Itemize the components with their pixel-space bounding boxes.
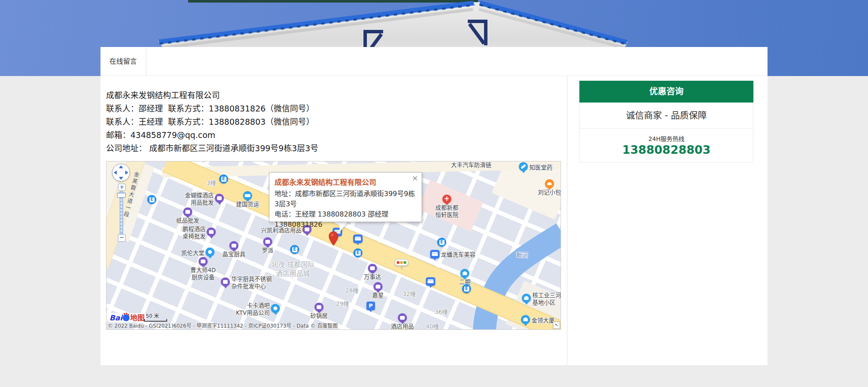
- zoom-slider-track[interactable]: [120, 191, 123, 234]
- map-poi-label: 刘记小包: [538, 189, 561, 196]
- map-poi-label: 知医堂药: [529, 164, 552, 171]
- sidebar-column: 优惠咨询 诚信商家 - 品质保障 24H服务热线 13880828803: [567, 76, 767, 365]
- purple-icon: [374, 282, 383, 291]
- exit-icon: [219, 174, 228, 183]
- contact-email: 邮箱：434858779@qq.com: [106, 129, 567, 142]
- pan-left-icon[interactable]: [114, 170, 117, 175]
- map-poi-label: 罗派: [262, 247, 274, 254]
- map-poi-label: 凯伦大堂: [181, 249, 204, 257]
- contact-address: 公司地址： 成都市新都区三河街道承顺街399号9栋3层3号: [106, 142, 567, 155]
- hotline-section: 24H服务热线 13880828803: [580, 129, 753, 162]
- pan-down-icon[interactable]: [119, 177, 123, 180]
- exit-icon: [437, 237, 446, 246]
- map-poi-label: 3幢: [207, 179, 216, 187]
- dot-icon: [206, 247, 215, 256]
- exit-icon: [290, 245, 299, 254]
- contact-line-shao: 联系人：邵经理 联系方式：13880831826（微信同号）: [106, 102, 567, 115]
- zoom-slider-handle[interactable]: [117, 193, 126, 198]
- map-poi-label: 核工业三河基地小区: [532, 292, 561, 306]
- building-icon: [461, 269, 469, 278]
- infowindow-phone: 电话：王经理 13880828803 邵经理 13880831826: [275, 209, 416, 230]
- contact-line-wang: 联系人：王经理 联系方式：13880828803（微信同号）: [106, 115, 567, 129]
- exit-icon: [462, 284, 471, 293]
- exit-icon: [148, 195, 156, 204]
- pill-icon: [519, 162, 528, 171]
- purple-icon: [230, 241, 239, 250]
- food-icon: [545, 179, 554, 188]
- bus-icon: [426, 277, 435, 286]
- zoom-in-button[interactable]: +: [118, 184, 126, 191]
- purple-icon: [398, 313, 407, 322]
- parking-icon: [366, 302, 375, 310]
- map-poi-label: 卡卡酒吧KTV用品公司: [236, 302, 270, 317]
- map-poi-label: 嘉星: [372, 292, 384, 299]
- map-poi-label: 金领大厦: [531, 317, 555, 324]
- infowindow-title: 成都永来发钢结构工程有限公司: [275, 178, 416, 187]
- map-poi-label: 晶宝厨具: [222, 251, 245, 258]
- hotline-label: 24H服务热线: [580, 134, 753, 143]
- dot-icon: [271, 304, 280, 313]
- promo-slogan: 诚信商家 - 品质保障: [580, 103, 753, 129]
- purple-icon: [199, 257, 208, 266]
- tab-online-message[interactable]: 在线留言: [100, 47, 146, 76]
- purple-icon: [215, 194, 224, 202]
- baidu-logo-text: Bai: [109, 314, 122, 322]
- map-poi-label: 40幢: [426, 323, 439, 330]
- promo-box: 优惠咨询 诚信商家 - 品质保障 24H服务热线 13880828803: [579, 81, 753, 163]
- purple-icon: [207, 227, 216, 236]
- exit-icon: [354, 248, 363, 257]
- header-banner: 在线留言: [0, 0, 868, 76]
- map-poi-label: 32幢: [403, 290, 416, 298]
- map-poi-label: 润茂.成都国际酒店用品城: [271, 260, 314, 278]
- map-attribution: © 2022 Baidu - GS(2021)6026号 - 甲测资字11111…: [108, 322, 338, 329]
- map-scale-text: 50 米: [146, 312, 159, 319]
- purple-icon: [183, 207, 192, 216]
- map-poi-label: 酒店用品: [391, 323, 414, 330]
- main-column: 成都永来发钢结构工程有限公司 联系人：邵经理 联系方式：13880831826（…: [100, 76, 567, 365]
- info-icon: [521, 315, 530, 324]
- company-name: 成都永来发钢结构工程有限公司: [106, 89, 567, 102]
- map-poi-label: 建国货运: [236, 201, 259, 208]
- map-poi-label: 毗河: [517, 252, 528, 259]
- map-poi-label: 砂锅居: [310, 312, 328, 320]
- map-poi-label: 金蝴蝶酒店用品批发: [185, 192, 214, 206]
- map-infowindow: × 成都永来发钢结构工程有限公司 地址：成都市新都区三河街道承顺街399号9栋3…: [269, 172, 422, 222]
- promo-header: 优惠咨询: [579, 81, 753, 103]
- baidu-paw-icon: [123, 314, 130, 321]
- building-icon: [522, 293, 531, 302]
- purple-icon: [263, 237, 272, 246]
- purple-icon: [368, 264, 377, 273]
- baidu-map-text: 地图: [130, 314, 145, 322]
- purple-icon: [315, 302, 324, 311]
- hospital-icon: [443, 194, 452, 203]
- map-pan-control[interactable]: [112, 164, 130, 182]
- map-poi-label: 大丰汽车防滑链: [451, 161, 492, 169]
- truck-icon: [243, 191, 252, 200]
- map-poi-label: 鹏程酒店桌椅批发: [183, 226, 206, 240]
- baidu-map[interactable]: 金芙蓉大道一段 大丰汽车防滑链知医堂药刘记小包成都新都恒轩医院龙蟠洗车美容二期核…: [106, 161, 561, 330]
- traffic-icon: [395, 259, 408, 266]
- close-icon[interactable]: ×: [412, 174, 418, 182]
- map-poi-label: 36幢: [435, 308, 448, 316]
- hotline-number: 13880828803: [580, 143, 753, 157]
- carwash-icon: [430, 250, 440, 258]
- zoom-out-button[interactable]: −: [118, 234, 126, 242]
- map-poi-label: 29幢: [336, 300, 349, 308]
- map-poi-label: 华宇厨具不锈钢杂件批发中心: [231, 276, 272, 290]
- tab-bar: 在线留言: [100, 47, 768, 76]
- map-poi-label: 成都新都恒轩医院: [435, 204, 458, 219]
- pan-up-icon[interactable]: [119, 165, 123, 168]
- map-poi-label: 28幢: [345, 287, 359, 294]
- pan-right-icon[interactable]: [125, 170, 128, 175]
- map-poi-label: 曹大师4D厨房设备: [190, 267, 216, 281]
- infowindow-address: 地址：成都市新都区三河街道承顺街399号9栋3层3号: [275, 189, 416, 209]
- map-poi-label: 龙蟠洗车美容: [441, 251, 475, 258]
- map-poi-label: 万事达: [364, 273, 381, 281]
- purple-icon: [221, 277, 230, 286]
- map-resize-handle[interactable]: ↖: [553, 322, 560, 329]
- map-poi-label: 纸品批发: [176, 217, 199, 224]
- content-panel: 成都永来发钢结构工程有限公司 联系人：邵经理 联系方式：13880831826（…: [100, 76, 768, 365]
- baidu-logo[interactable]: Bai地图: [108, 313, 146, 322]
- map-marker[interactable]: [329, 232, 338, 246]
- bus-icon: [353, 235, 363, 243]
